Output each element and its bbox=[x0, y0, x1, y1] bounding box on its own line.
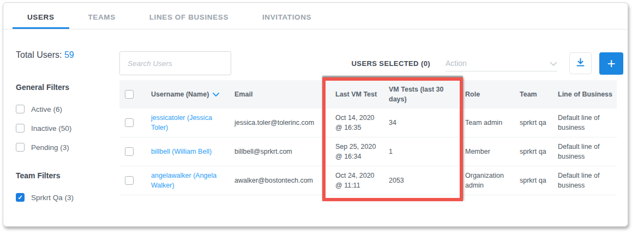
filter-sprkrt-qa-label: Sprkrt Qa (3) bbox=[31, 194, 74, 202]
user-management-panel: USERS TEAMS LINES OF BUSINESS INVITATION… bbox=[3, 2, 628, 227]
users-selected-count: USERS SELECTED (0) bbox=[352, 59, 430, 68]
filter-sprkrt-qa[interactable]: Sprkrt Qa (3) bbox=[16, 193, 114, 202]
tab-users[interactable]: USERS bbox=[13, 13, 69, 29]
total-users-label: Total Users: bbox=[16, 50, 62, 59]
email-cell: awalker@bostontech.com bbox=[233, 176, 328, 185]
team-cell: sprkrt qa bbox=[519, 147, 557, 156]
filter-inactive-label: Inactive (50) bbox=[31, 124, 71, 132]
header-vm-tests-30d[interactable]: VM Tests (last 30 days) bbox=[388, 85, 464, 104]
username-cell: angelawalker (Angela Walker) bbox=[150, 171, 233, 190]
header-username-label: Username (Name) bbox=[151, 89, 209, 99]
last-vm-test-cell: Oct 14, 2020 @ 16:35 bbox=[328, 113, 388, 132]
role-cell: Team admin bbox=[464, 118, 519, 128]
table-header-row: Username (Name) Email Last VM Test VM Te… bbox=[119, 80, 617, 109]
users-main: USERS SELECTED (0) Action bbox=[119, 29, 628, 227]
table-row: billbell (William Bell) billbell@sprkrt.… bbox=[119, 137, 617, 166]
users-table: Username (Name) Email Last VM Test VM Te… bbox=[119, 80, 617, 195]
header-last-vm-test[interactable]: Last VM Test bbox=[328, 89, 388, 99]
add-user-button[interactable]: + bbox=[599, 52, 623, 75]
filter-inactive[interactable]: Inactive (50) bbox=[16, 124, 114, 132]
filters-sidebar: Total Users: 59 General Filters Active (… bbox=[3, 29, 119, 227]
last-vm-test-cell: Sep 25, 2020 @ 16:34 bbox=[328, 142, 388, 161]
email-cell: jessica.toler@tolerinc.com bbox=[233, 118, 328, 128]
header-team[interactable]: Team bbox=[519, 89, 557, 99]
total-users: Total Users: 59 bbox=[16, 50, 114, 60]
username-link[interactable]: jessicatoler (Jessica Toler) bbox=[151, 114, 212, 131]
total-users-value: 59 bbox=[64, 50, 74, 59]
search-input[interactable] bbox=[119, 51, 231, 75]
tab-bar: USERS TEAMS LINES OF BUSINESS INVITATION… bbox=[3, 3, 628, 29]
username-link[interactable]: angelawalker (Angela Walker) bbox=[151, 172, 216, 189]
username-cell: billbell (William Bell) bbox=[150, 147, 233, 156]
download-icon bbox=[576, 58, 585, 69]
username-cell: jessicatoler (Jessica Toler) bbox=[150, 113, 233, 132]
filter-active[interactable]: Active (6) bbox=[16, 105, 114, 113]
team-cell: sprkrt qa bbox=[519, 118, 557, 128]
checkbox-active[interactable] bbox=[16, 105, 25, 113]
select-all-checkbox[interactable] bbox=[125, 90, 134, 99]
table-row: jessicatoler (Jessica Toler) jessica.tol… bbox=[119, 109, 617, 137]
checkbox-sprkrt-qa[interactable] bbox=[16, 193, 25, 202]
filter-active-label: Active (6) bbox=[31, 105, 62, 113]
general-filters-title: General Filters bbox=[16, 83, 114, 92]
header-email[interactable]: Email bbox=[233, 89, 328, 99]
username-link[interactable]: billbell (William Bell) bbox=[151, 148, 212, 155]
line-of-business-cell: Default line of business bbox=[557, 113, 617, 132]
general-filters-group: General Filters Active (6) Inactive (50)… bbox=[16, 83, 114, 152]
row-checkbox[interactable] bbox=[125, 147, 134, 156]
email-cell: billbell@sprkrt.com bbox=[233, 147, 328, 156]
team-filters-title: Team Filters bbox=[16, 171, 114, 180]
sort-chevron-icon bbox=[213, 93, 219, 97]
filter-pending-label: Pending (3) bbox=[31, 143, 69, 152]
action-dropdown[interactable]: Action bbox=[446, 55, 557, 71]
line-of-business-cell: Default line of business bbox=[557, 142, 617, 161]
checkbox-pending[interactable] bbox=[16, 143, 25, 152]
role-cell: Organization admin bbox=[464, 171, 519, 190]
table-row: angelawalker (Angela Walker) awalker@bos… bbox=[119, 166, 617, 195]
tab-lines-of-business[interactable]: LINES OF BUSINESS bbox=[135, 13, 243, 29]
role-cell: Member bbox=[464, 147, 519, 156]
vm-tests-cell: 1 bbox=[388, 147, 464, 156]
chevron-down-icon bbox=[550, 59, 557, 68]
row-checkbox[interactable] bbox=[125, 176, 134, 185]
team-cell: sprkrt qa bbox=[519, 176, 557, 185]
line-of-business-cell: Default line of business bbox=[557, 171, 617, 190]
vm-tests-cell: 34 bbox=[388, 118, 464, 128]
last-vm-test-cell: Oct 24, 2020 @ 11:11 bbox=[328, 171, 388, 190]
header-username[interactable]: Username (Name) bbox=[150, 89, 233, 99]
tab-invitations[interactable]: INVITATIONS bbox=[248, 13, 326, 29]
team-filters-group: Team Filters Sprkrt Qa (3) bbox=[16, 171, 114, 202]
download-users-button[interactable] bbox=[569, 52, 592, 74]
filter-pending[interactable]: Pending (3) bbox=[16, 143, 114, 152]
header-line-of-business[interactable]: Line of Business bbox=[557, 89, 617, 99]
header-role[interactable]: Role bbox=[464, 89, 519, 99]
header-select-all[interactable] bbox=[119, 90, 150, 99]
action-dropdown-value: Action bbox=[446, 59, 467, 68]
tab-teams[interactable]: TEAMS bbox=[74, 13, 130, 29]
vm-tests-cell: 2053 bbox=[388, 176, 464, 185]
toolbar: USERS SELECTED (0) Action bbox=[119, 51, 623, 75]
checkbox-inactive[interactable] bbox=[16, 124, 25, 132]
row-checkbox[interactable] bbox=[125, 118, 134, 127]
